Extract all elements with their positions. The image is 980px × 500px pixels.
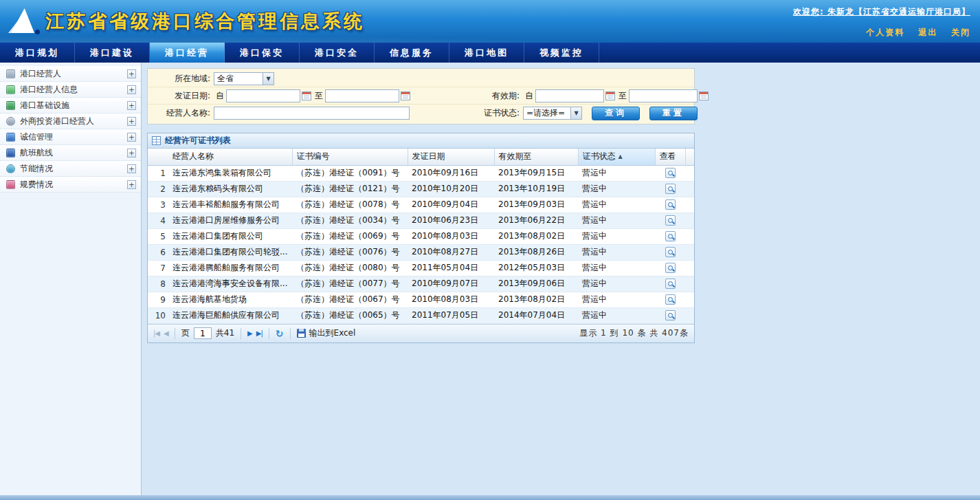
expand-icon[interactable]: +: [127, 149, 136, 157]
chevron-down-icon: ▼: [263, 73, 274, 85]
valid-date-to-input[interactable]: [629, 89, 698, 102]
tab-port-planning[interactable]: 港口规划: [0, 43, 75, 63]
prev-page-button[interactable]: [164, 329, 168, 337]
next-page-button[interactable]: [247, 329, 252, 337]
calendar-icon[interactable]: [605, 91, 615, 100]
view-icon[interactable]: [665, 310, 676, 320]
table-row[interactable]: 1 连云港东鸿集装箱有限公司 （苏连）港经证（0091）号 2010年09月16…: [148, 165, 694, 181]
save-icon: [297, 329, 306, 338]
calendar-icon[interactable]: [699, 91, 709, 100]
expand-icon[interactable]: +: [127, 117, 136, 126]
license-grid: 经营许可证书列表 经营人名称 证书编号 发证日期 有效期至 证书状态▲: [147, 133, 695, 343]
view-icon[interactable]: [665, 294, 676, 305]
table-row[interactable]: 4 连云港港口房屋维修服务公司 （苏连）港经证（0034）号 2010年06月2…: [148, 213, 694, 228]
last-page-button[interactable]: [256, 329, 263, 337]
view-icon[interactable]: [665, 215, 676, 226]
tab-port-operation[interactable]: 港口经营: [150, 43, 225, 63]
expand-icon[interactable]: +: [127, 69, 136, 78]
view-icon[interactable]: [665, 168, 676, 178]
to-label: 至: [619, 90, 627, 102]
expand-icon[interactable]: +: [127, 164, 136, 173]
export-excel-button[interactable]: 输出到Excel: [297, 327, 356, 339]
tab-video-monitor[interactable]: 视频监控: [524, 43, 599, 63]
sidebar-item-fees[interactable]: 规费情况 +: [0, 177, 141, 193]
fee-icon: [6, 180, 15, 189]
operator-name-input[interactable]: [214, 107, 410, 120]
view-icon[interactable]: [665, 263, 676, 273]
tab-port-construction[interactable]: 港口建设: [75, 43, 150, 63]
sidebar: 港口经营人 + 港口经营人信息 + 港口基础设施 + 外商投资港口经营人 + 诚…: [0, 63, 142, 495]
col-issue-date[interactable]: 发证日期: [408, 149, 494, 165]
reset-button[interactable]: 重置: [649, 107, 698, 120]
col-valid-until[interactable]: 有效期至: [494, 149, 578, 165]
col-filler: [685, 149, 694, 165]
app-logo: [7, 5, 41, 38]
expand-icon[interactable]: +: [127, 101, 136, 110]
issue-date-to-input[interactable]: [325, 89, 399, 102]
table-row[interactable]: 10 连云港海巨船舶供应有限公司 （苏连）港经证（0065）号 2011年07月…: [148, 307, 694, 323]
page-input[interactable]: [194, 327, 212, 339]
view-icon[interactable]: [665, 184, 676, 194]
close-link[interactable]: 关闭: [951, 28, 970, 37]
table-icon: [152, 136, 161, 145]
sidebar-item-label: 港口基础设施: [20, 100, 127, 111]
view-icon[interactable]: [665, 231, 676, 241]
grid-title-bar: 经营许可证书列表: [148, 133, 694, 149]
view-icon[interactable]: [665, 279, 676, 289]
page-footer: [0, 495, 980, 500]
expand-icon[interactable]: +: [127, 133, 136, 142]
col-cert-status[interactable]: 证书状态▲: [578, 149, 655, 165]
calendar-icon[interactable]: [401, 91, 410, 100]
foreign-invest-icon: [6, 117, 15, 126]
infrastructure-icon: [6, 101, 15, 110]
table-row[interactable]: 3 连云港丰裕船舶服务有限公司 （苏连）港经证（0078）号 2010年09月0…: [148, 197, 694, 213]
sidebar-item-flight-route[interactable]: 航班航线 +: [0, 145, 141, 161]
tab-port-map[interactable]: 港口地图: [449, 43, 524, 63]
table-row[interactable]: 7 连云港港腾船舶服务有限公司 （苏连）港经证（0080）号 2011年05月0…: [148, 260, 694, 276]
profile-link[interactable]: 个人资料: [866, 28, 904, 37]
calendar-icon[interactable]: [302, 91, 311, 100]
logout-link[interactable]: 退出: [918, 28, 937, 37]
pager-summary: 显示 1 到 10 条 共 407条: [579, 327, 689, 339]
sidebar-item-label: 外商投资港口经营人: [20, 116, 127, 127]
sidebar-item-port-operator[interactable]: 港口经营人 +: [0, 66, 141, 82]
tab-port-safety[interactable]: 港口安全: [300, 43, 375, 63]
sidebar-item-credit-management[interactable]: 诚信管理 +: [0, 129, 141, 145]
sidebar-item-foreign-invest-operator[interactable]: 外商投资港口经营人 +: [0, 113, 141, 129]
table-row[interactable]: 5 连云港港口集团有限公司 （苏连）港经证（0069）号 2010年08月03日…: [148, 228, 694, 244]
to-label: 至: [315, 90, 323, 102]
credit-icon: [6, 133, 15, 142]
valid-date-from-input[interactable]: [535, 89, 604, 102]
sidebar-item-port-infrastructure[interactable]: 港口基础设施 +: [0, 98, 141, 113]
header-links: 个人资料 退出 关闭: [793, 27, 970, 39]
energy-icon: [6, 164, 15, 173]
tab-info-service[interactable]: 信息服务: [375, 43, 449, 63]
table-row[interactable]: 9 连云港海航基地货场 （苏连）港经证（0067）号 2010年08月03日 2…: [148, 292, 694, 307]
refresh-button[interactable]: [276, 328, 284, 339]
table-row[interactable]: 6 连云港港口集团有限公司轮驳... （苏连）港经证（0076）号 2010年0…: [148, 244, 694, 260]
expand-icon[interactable]: +: [127, 85, 136, 94]
table-row[interactable]: 8 连云港港湾海事安全设备有限... （苏连）港经证（0077）号 2010年0…: [148, 276, 694, 292]
col-operator-name[interactable]: 经营人名称: [168, 149, 292, 165]
tab-port-security[interactable]: 港口保安: [225, 43, 300, 63]
table-header-row: 经营人名称 证书编号 发证日期 有效期至 证书状态▲ 查看: [148, 149, 694, 165]
view-icon[interactable]: [665, 199, 676, 210]
view-icon[interactable]: [665, 247, 676, 257]
query-button[interactable]: 查询: [592, 107, 640, 120]
sidebar-item-label: 规费情况: [20, 179, 127, 191]
first-page-button[interactable]: [153, 329, 159, 337]
cert-status-select[interactable]: =请选择= ▼: [523, 107, 582, 120]
region-select[interactable]: 全省 ▼: [214, 72, 274, 85]
sidebar-item-energy-saving[interactable]: 节能情况 +: [0, 161, 141, 177]
sidebar-item-label: 港口经营人信息: [20, 84, 127, 96]
table-row[interactable]: 2 连云港东粮码头有限公司 （苏连）港经证（0121）号 2010年10月20日…: [148, 181, 694, 197]
sidebar-item-label: 诚信管理: [20, 131, 127, 143]
sidebar-item-port-operator-info[interactable]: 港口经营人信息 +: [0, 82, 141, 98]
welcome-text: 欢迎您: 朱新龙【江苏省交通运输厅港口局】: [793, 6, 970, 18]
validity-label: 有效期:: [424, 90, 523, 102]
pagination-bar: 页 共41 输出到Excel 显示 1 到 10 条 共 407条: [148, 324, 694, 343]
expand-icon[interactable]: +: [127, 180, 136, 189]
from-label: 自: [216, 90, 224, 102]
issue-date-from-input[interactable]: [226, 89, 300, 102]
col-cert-no[interactable]: 证书编号: [292, 149, 408, 165]
